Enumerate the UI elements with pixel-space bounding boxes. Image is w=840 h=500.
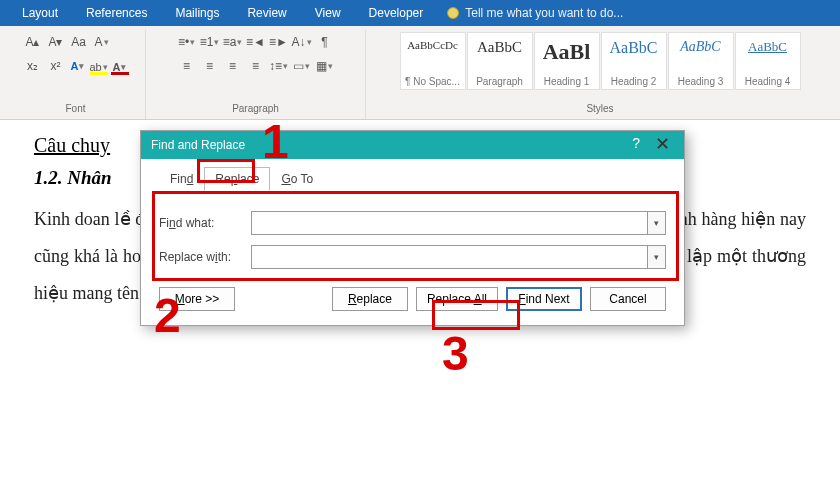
numbering-icon[interactable]: ≡1 (200, 32, 220, 52)
styles-gallery: AaBbCcDc ¶ No Spac... AaBbC Paragraph Aa… (400, 32, 801, 90)
dialog-tab-find[interactable]: Find (159, 167, 204, 191)
tab-label: Find (170, 172, 193, 186)
find-replace-dialog: Find and Replace ? ✕ Find Replace Go To … (140, 130, 685, 326)
borders-icon[interactable]: ▦ (315, 56, 335, 76)
decrease-indent-icon[interactable]: ≡◄ (246, 32, 266, 52)
text-effects-icon[interactable]: A (69, 57, 87, 75)
dialog-close-icon[interactable]: ✕ (648, 133, 676, 155)
find-next-button[interactable]: Find Next (506, 287, 582, 311)
style-name: Heading 2 (611, 76, 657, 87)
group-font: A▴ A▾ Aa A x₂ x² A ab A (6, 30, 146, 119)
style-preview: AaBbC (680, 39, 720, 55)
style-name: Paragraph (476, 76, 523, 87)
find-what-row: Find what: ▾ (159, 211, 666, 235)
group-paragraph-label: Paragraph (232, 103, 279, 117)
change-case-icon[interactable]: Aa (69, 32, 89, 52)
tab-review[interactable]: Review (233, 0, 300, 26)
justify-icon[interactable]: ≡ (246, 56, 266, 76)
dialog-body: Find what: ▾ Replace with: ▾ More >> Rep… (141, 191, 684, 325)
grow-font-icon[interactable]: A▴ (23, 32, 43, 52)
shrink-font-icon[interactable]: A▾ (46, 32, 66, 52)
style-name: ¶ No Spac... (405, 76, 460, 87)
show-marks-icon[interactable]: ¶ (315, 32, 335, 52)
group-font-label: Font (65, 103, 85, 117)
style-preview: AaBbC (477, 39, 522, 56)
tab-mailings[interactable]: Mailings (161, 0, 233, 26)
tab-references[interactable]: References (72, 0, 161, 26)
style-heading-3[interactable]: AaBbC Heading 3 (668, 32, 734, 90)
dialog-title-text: Find and Replace (151, 138, 245, 152)
replace-with-dropdown[interactable]: ▾ (648, 245, 666, 269)
group-paragraph: ≡• ≡1 ≡a ≡◄ ≡► A↓ ¶ ≡ ≡ ≡ ≡ ↕≡ ▭ ▦ Parag… (146, 30, 366, 119)
superscript-icon[interactable]: x² (46, 56, 66, 76)
subscript-icon[interactable]: x₂ (23, 56, 43, 76)
style-paragraph[interactable]: AaBbC Paragraph (467, 32, 533, 90)
style-preview: AaBbC (610, 39, 658, 57)
group-styles-label: Styles (586, 103, 613, 117)
tab-layout[interactable]: Layout (8, 0, 72, 26)
dialog-title-bar[interactable]: Find and Replace ? ✕ (141, 131, 684, 159)
clear-format-icon[interactable]: A (92, 32, 112, 52)
find-what-dropdown[interactable]: ▾ (648, 211, 666, 235)
tab-view[interactable]: View (301, 0, 355, 26)
group-styles: AaBbCcDc ¶ No Spac... AaBbC Paragraph Aa… (366, 30, 834, 119)
align-right-icon[interactable]: ≡ (223, 56, 243, 76)
style-preview: AaBbC (748, 39, 787, 55)
increase-indent-icon[interactable]: ≡► (269, 32, 289, 52)
find-what-label: Find what: (159, 216, 251, 230)
replace-with-label: Replace with: (159, 250, 251, 264)
replace-with-row: Replace with: ▾ (159, 245, 666, 269)
line-spacing-icon[interactable]: ↕≡ (269, 56, 289, 76)
ribbon-body: A▴ A▾ Aa A x₂ x² A ab A (0, 26, 840, 120)
tab-label: Go To (281, 172, 313, 186)
style-preview: AaBbCcDc (407, 39, 458, 51)
more-button[interactable]: More >> (159, 287, 235, 311)
sort-icon[interactable]: A↓ (292, 32, 312, 52)
multilevel-icon[interactable]: ≡a (223, 32, 243, 52)
style-preview: AaBl (543, 39, 591, 65)
lightbulb-icon (447, 7, 459, 19)
style-heading-2[interactable]: AaBbC Heading 2 (601, 32, 667, 90)
dialog-button-row: More >> Replace Replace All Find Next Ca… (159, 287, 666, 311)
style-name: Heading 1 (544, 76, 590, 87)
dialog-tab-replace[interactable]: Replace (204, 167, 270, 191)
find-what-input[interactable] (251, 211, 648, 235)
style-heading-4[interactable]: AaBbC Heading 4 (735, 32, 801, 90)
font-color-bar (111, 72, 129, 75)
tell-me-search[interactable]: Tell me what you want to do... (447, 6, 623, 20)
align-left-icon[interactable]: ≡ (177, 56, 197, 76)
highlight-color-bar (90, 72, 108, 75)
align-center-icon[interactable]: ≡ (200, 56, 220, 76)
dialog-tab-goto[interactable]: Go To (270, 167, 324, 191)
replace-button[interactable]: Replace (332, 287, 408, 311)
style-no-spacing[interactable]: AaBbCcDc ¶ No Spac... (400, 32, 466, 90)
tab-developer[interactable]: Developer (355, 0, 438, 26)
shading-icon[interactable]: ▭ (292, 56, 312, 76)
dialog-tabs: Find Replace Go To (141, 159, 684, 191)
tab-label: Replace (215, 172, 259, 186)
cancel-button[interactable]: Cancel (590, 287, 666, 311)
style-name: Heading 3 (678, 76, 724, 87)
replace-with-input[interactable] (251, 245, 648, 269)
style-name: Heading 4 (745, 76, 791, 87)
tell-me-label: Tell me what you want to do... (465, 6, 623, 20)
ribbon-tabs: Layout References Mailings Review View D… (0, 0, 840, 26)
replace-all-button[interactable]: Replace All (416, 287, 498, 311)
dialog-help-icon[interactable]: ? (632, 135, 640, 151)
bullets-icon[interactable]: ≡• (177, 32, 197, 52)
style-heading-1[interactable]: AaBl Heading 1 (534, 32, 600, 90)
